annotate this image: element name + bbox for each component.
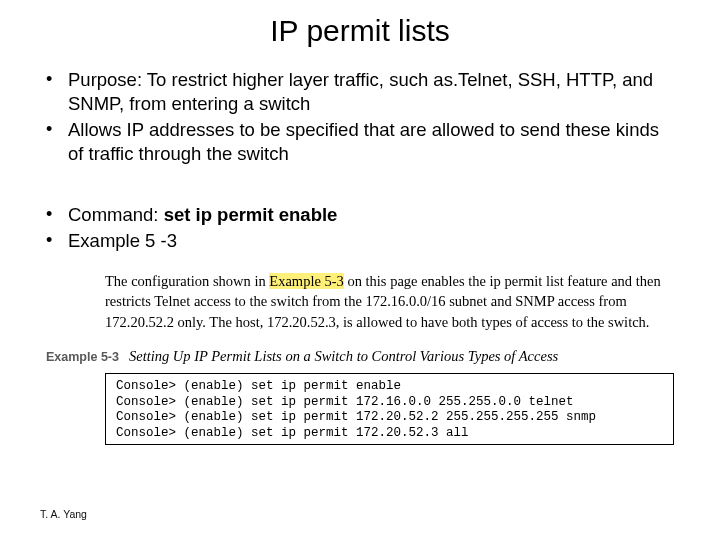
bullet-purpose: Purpose: To restrict higher layer traffi…: [46, 68, 674, 115]
spacer: [0, 169, 720, 191]
bullet-allows: Allows IP addresses to be specified that…: [46, 118, 674, 165]
code-box: Console> (enable) set ip permit enable C…: [105, 373, 674, 446]
excerpt-highlight: Example 5-3: [269, 273, 344, 289]
excerpt-paragraph: The configuration shown in Example 5-3 o…: [105, 271, 674, 332]
code-line-4: Console> (enable) set ip permit 172.20.5…: [116, 426, 663, 442]
code-line-2: Console> (enable) set ip permit 172.16.0…: [116, 395, 663, 411]
example-label: Example 5-3: [46, 350, 119, 364]
slide-title: IP permit lists: [0, 0, 720, 56]
code-line-1: Console> (enable) set ip permit enable: [116, 379, 663, 395]
example-caption: Setting Up IP Permit Lists on a Switch t…: [129, 348, 558, 365]
bullet-list-main: Purpose: To restrict higher layer traffi…: [0, 56, 720, 166]
bullet-example: Example 5 -3: [46, 229, 674, 253]
excerpt-pre: The configuration shown in: [105, 273, 269, 289]
code-line-3: Console> (enable) set ip permit 172.20.5…: [116, 410, 663, 426]
bullet-command-prefix: Command:: [68, 204, 164, 225]
example-header: Example 5-3 Setting Up IP Permit Lists o…: [46, 348, 674, 365]
footer-author: T. A. Yang: [40, 508, 87, 520]
bullet-command: Command: set ip permit enable: [46, 203, 674, 227]
bullet-command-bold: set ip permit enable: [164, 204, 338, 225]
book-excerpt: The configuration shown in Example 5-3 o…: [105, 271, 674, 332]
bullet-list-second: Command: set ip permit enable Example 5 …: [0, 191, 720, 253]
